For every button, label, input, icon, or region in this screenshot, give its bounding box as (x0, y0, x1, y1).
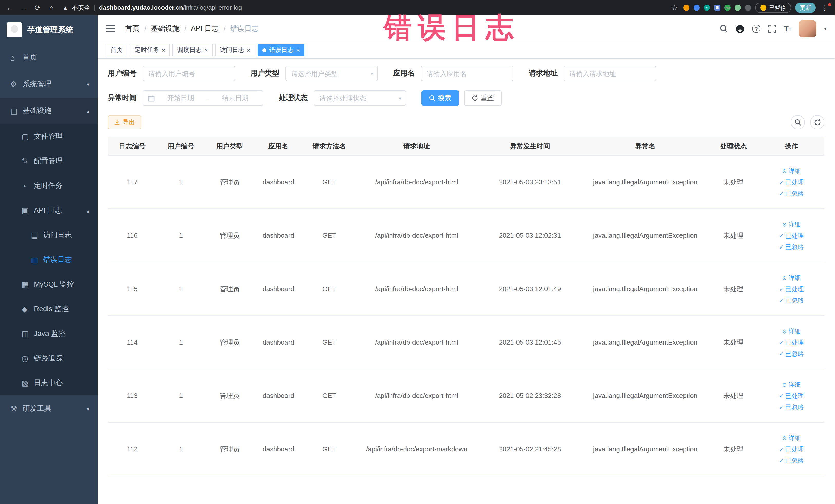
action-processed-link[interactable]: ✓已处理 (761, 176, 821, 188)
table-header-row: 日志编号用户编号用户类型应用名请求方法名请求地址异常发生时间异常名处理状态操作 (108, 137, 824, 155)
request-url-input[interactable] (564, 66, 656, 81)
sidebar-item-api-log[interactable]: ▣API 日志▴ (0, 198, 98, 223)
extension-icon[interactable]: Y (704, 5, 710, 11)
search-button[interactable]: 搜索 (422, 90, 459, 106)
action-processed-link[interactable]: ✓已处理 (761, 337, 821, 348)
reload-icon[interactable]: ⟳ (33, 4, 42, 12)
avatar[interactable] (799, 20, 816, 38)
sidebar-item-file[interactable]: ▢文件管理 (0, 124, 98, 149)
cell-actions: ⊙详细✓已处理✓已忽略 (758, 369, 824, 422)
search-icon[interactable] (720, 25, 728, 33)
tab-2[interactable]: 调度日志× (172, 44, 212, 57)
sidebar-item-label: 文件管理 (34, 132, 63, 141)
cell-user_type: 管理员 (205, 422, 254, 476)
sidebar-item-home[interactable]: ⌂首页 (0, 44, 98, 71)
sidebar-item-access-log[interactable]: ▤访问日志 (0, 223, 98, 247)
extension-icon[interactable] (683, 5, 690, 11)
tab-0[interactable]: 首页 (106, 44, 127, 57)
action-processed-link[interactable]: ✓已处理 (761, 390, 821, 401)
sidebar-item-system[interactable]: ⚙系统管理▾ (0, 71, 98, 98)
reset-button[interactable]: 重置 (464, 90, 502, 106)
notification-dot (828, 3, 831, 6)
process-status-select[interactable] (314, 90, 406, 106)
extension-icon[interactable]: on (725, 5, 731, 11)
user-type-select[interactable] (285, 66, 378, 81)
breadcrumb-separator: / (184, 25, 186, 33)
chevron-down-icon[interactable]: ▾ (824, 26, 827, 31)
breadcrumb-item[interactable]: API 日志 (191, 24, 219, 33)
breadcrumb-item[interactable]: 基础设施 (151, 24, 180, 33)
close-icon[interactable]: × (162, 47, 165, 53)
table-row: 1171管理员dashboardGET/api/infra/db-doc/exp… (108, 155, 824, 209)
action-detail-link[interactable]: ⊙详细 (761, 272, 821, 283)
extension-icon[interactable] (694, 5, 700, 11)
extension-puzzle-icon[interactable] (745, 5, 751, 11)
user-id-input[interactable] (143, 66, 235, 81)
tab-label: 定时任务 (135, 46, 159, 55)
action-ignore-link[interactable]: ✓已忽略 (761, 241, 821, 253)
extension-icon[interactable] (735, 5, 741, 11)
hamburger-icon[interactable] (106, 25, 116, 32)
action-ignore-link[interactable]: ✓已忽略 (761, 455, 821, 466)
export-button[interactable]: 导出 (108, 115, 141, 129)
address-bar[interactable]: ▲ 不安全 | dashboard.yudao.iocoder.cn/infra… (61, 3, 665, 12)
breadcrumb-item[interactable]: 首页 (125, 24, 140, 33)
close-icon[interactable]: × (296, 47, 300, 53)
action-ignore-link[interactable]: ✓已忽略 (761, 295, 821, 306)
action-ignore-link[interactable]: ✓已忽略 (761, 348, 821, 359)
sidebar-item-job[interactable]: ◔定时任务 (0, 174, 98, 198)
action-detail-link[interactable]: ⊙详细 (761, 379, 821, 390)
toolbar-right (786, 115, 824, 129)
close-icon[interactable]: × (247, 47, 250, 53)
toggle-search-button[interactable] (791, 115, 805, 129)
action-detail-link[interactable]: ⊙详细 (761, 432, 821, 443)
tab-1[interactable]: 定时任务× (130, 44, 170, 57)
action-processed-link[interactable]: ✓已处理 (761, 283, 821, 295)
action-ignore-link[interactable]: ✓已忽略 (761, 401, 821, 412)
search-icon (794, 119, 801, 125)
action-detail-link[interactable]: ⊙详细 (761, 165, 821, 176)
cell-method: GET (303, 262, 356, 316)
action-processed-link[interactable]: ✓已处理 (761, 230, 821, 241)
tab-3[interactable]: 访问日志× (215, 44, 255, 57)
cell-status: 未处理 (709, 316, 758, 369)
cell-app: dashboard (254, 209, 303, 262)
action-detail-link[interactable]: ⊙详细 (761, 325, 821, 337)
filter-user-type: 用户类型 ▾ (250, 66, 378, 81)
tampermonkey-paused-button[interactable]: 已暂停 (755, 3, 791, 13)
help-icon[interactable]: ? (752, 25, 760, 33)
action-ignore-link[interactable]: ✓已忽略 (761, 188, 821, 199)
bookmark-star-icon[interactable]: ☆ (670, 4, 679, 12)
sidebar-item-label: 配置管理 (34, 157, 63, 166)
fullscreen-icon[interactable] (768, 25, 776, 33)
sidebar-item-redis[interactable]: ◆Redis 监控 (0, 297, 98, 321)
github-icon[interactable] (736, 24, 745, 33)
refresh-table-button[interactable] (810, 115, 824, 129)
tab-4[interactable]: 错误日志× (258, 44, 304, 57)
extensions-grid-icon[interactable]: ▦ (714, 5, 720, 11)
sidebar-item-log-center[interactable]: ▧日志中心 (0, 371, 98, 396)
browser-update-button[interactable]: 更新 (795, 3, 816, 13)
sidebar-item-label: 定时任务 (34, 181, 63, 190)
field-label: 异常时间 (108, 94, 137, 103)
sidebar-item-mysql[interactable]: ▦MySQL 监控 (0, 272, 98, 297)
sidebar-item-config[interactable]: ✎配置管理 (0, 149, 98, 174)
app-logo[interactable]: 芋道管理系统 (0, 15, 98, 44)
eye-icon: ⊙ (782, 168, 787, 174)
sidebar-item-error-log[interactable]: ▥错误日志 (0, 247, 98, 272)
date-range-picker[interactable]: 开始日期 - 结束日期 (143, 90, 263, 106)
check-icon: ✓ (779, 392, 784, 399)
sidebar-item-infra[interactable]: ▤基础设施▴ (0, 98, 98, 124)
sidebar-item-trace[interactable]: ◎链路追踪 (0, 346, 98, 371)
close-icon[interactable]: × (204, 47, 208, 53)
app-name-input[interactable] (421, 66, 513, 81)
forward-icon[interactable]: → (19, 4, 28, 12)
action-processed-link[interactable]: ✓已处理 (761, 443, 821, 455)
home-icon[interactable]: ⌂ (47, 4, 56, 12)
browser-menu-icon[interactable]: ⋮ (820, 4, 830, 12)
action-detail-link[interactable]: ⊙详细 (761, 219, 821, 230)
font-size-icon[interactable]: TT (784, 25, 791, 33)
back-icon[interactable]: ← (5, 4, 14, 12)
sidebar-item-java[interactable]: ◫Java 监控 (0, 321, 98, 346)
sidebar-item-devtools[interactable]: ⚒研发工具▾ (0, 396, 98, 422)
